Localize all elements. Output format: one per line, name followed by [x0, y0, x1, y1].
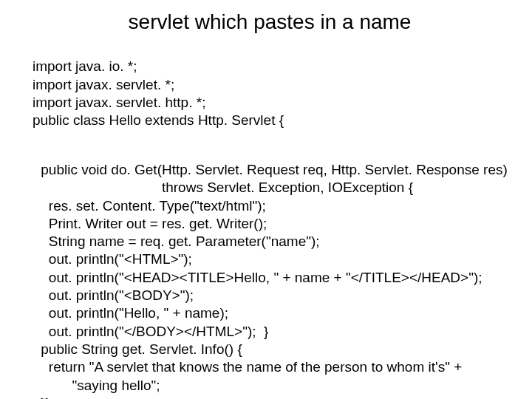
slide-title: servlet which pastes in a name: [30, 10, 510, 34]
code-line: import java. io. *;: [33, 58, 137, 74]
code-line: res. set. Content. Type("text/html");: [37, 198, 266, 214]
code-line: throws Servlet. Exception, IOException {: [37, 180, 413, 195]
code-line: String name = req. get. Parameter("name"…: [37, 233, 320, 249]
code-line: public class Hello extends Http. Servlet…: [33, 112, 284, 128]
code-line: import javax. servlet. http. *;: [33, 95, 205, 110]
code-line: out. println("<BODY>");: [37, 287, 194, 303]
code-line: Print. Writer out = res. get. Writer();: [37, 216, 267, 231]
code-line: public String get. Servlet. Info() {: [37, 341, 242, 357]
code-line: return "A servlet that knows the name of…: [37, 359, 462, 375]
code-line: import javax. servlet. *;: [33, 77, 174, 92]
code-line: public void do. Get(Http. Servlet. Reque…: [37, 162, 508, 177]
code-line: }}: [37, 395, 50, 399]
code-line: out. println("<HEAD><TITLE>Hello, " + na…: [37, 270, 482, 285]
code-line: out. println("<HTML>");: [37, 251, 192, 267]
code-line: out. println("Hello, " + name);: [37, 305, 228, 321]
code-line: out. println("</BODY></HTML>"); }: [37, 324, 268, 339]
slide: servlet which pastes in a name import ja…: [0, 0, 532, 399]
code-body: public void do. Get(Http. Servlet. Reque…: [37, 143, 510, 399]
code-line: "saying hello";: [37, 378, 160, 393]
code-imports: import java. io. *; import javax. servle…: [33, 40, 510, 130]
